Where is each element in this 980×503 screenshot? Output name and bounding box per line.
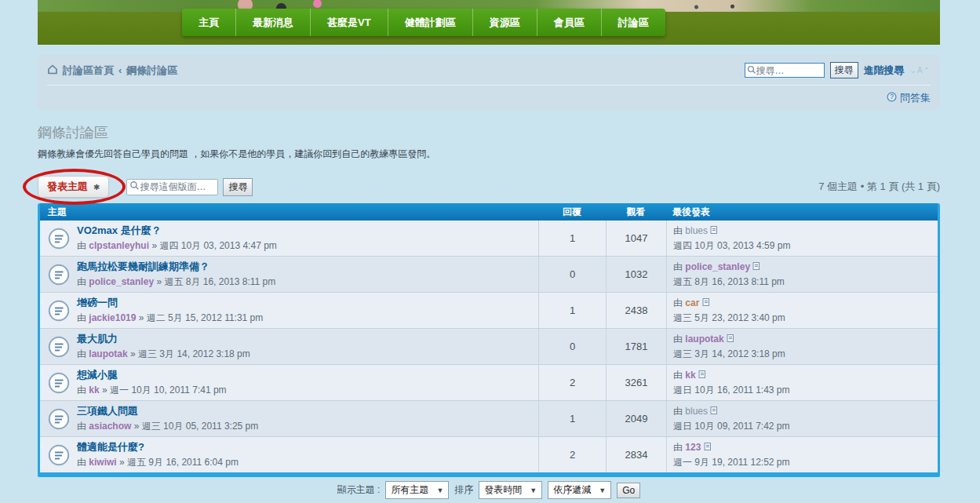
topic-title-link[interactable]: 跑馬拉松要幾耐訓練期準備？ xyxy=(77,260,275,274)
lastpost-date: 週一 9月 19, 2011 12:52 pm xyxy=(673,456,938,469)
header-search-box xyxy=(745,63,825,78)
lastpost-author-link[interactable]: laupotak xyxy=(685,334,723,344)
by-label: 由 xyxy=(77,457,86,468)
table-row: 最大肌力 由 laupotak » 週三 3月 14, 2012 3:18 pm… xyxy=(40,328,938,364)
nav-item-forum[interactable]: 討論區 xyxy=(601,9,665,36)
views-count: 1032 xyxy=(606,257,666,292)
breadcrumb: 討論區首頁 ‹ 鋼條討論區 xyxy=(47,64,177,78)
topic-title-link[interactable]: 增磅一問 xyxy=(77,296,263,310)
topic-author-link[interactable]: kiwiwi xyxy=(89,457,116,468)
lastpost-author-link[interactable]: car xyxy=(685,297,699,308)
chevron-down-icon: ▼ xyxy=(436,487,443,494)
sort-by-select[interactable]: 發表時間▼ xyxy=(479,481,542,499)
breadcrumb-separator: ‹ xyxy=(118,64,122,76)
topic-author-link[interactable]: police_stanley xyxy=(89,276,154,287)
lastpost-date: 週日 10月 16, 2011 1:43 pm xyxy=(673,384,938,397)
replies-count: 1 xyxy=(538,221,606,256)
table-row: 增磅一問 由 jackie1019 » 週二 5月 15, 2012 11:31… xyxy=(40,292,938,328)
display-topics-select[interactable]: 所有主題▼ xyxy=(385,481,449,499)
display-options: 顯示主題 : 所有主題▼ 排序 發表時間▼ 依序遞減▼ Go xyxy=(38,481,940,499)
breadcrumb-current-link[interactable]: 鋼條討論區 xyxy=(126,64,177,78)
sort-direction-select[interactable]: 依序遞減▼ xyxy=(548,481,611,499)
nav-item-news[interactable]: 最新消息 xyxy=(235,9,310,36)
lastpost-author-link[interactable]: blues xyxy=(685,406,708,417)
go-button[interactable]: Go xyxy=(617,483,640,498)
topic-author-link[interactable]: jackie1019 xyxy=(89,312,136,323)
by-label: 由 xyxy=(77,348,86,359)
faq-link[interactable]: 問答集 xyxy=(900,91,931,105)
advanced-search-link[interactable]: 進階搜尋 xyxy=(864,64,905,78)
topic-title-link[interactable]: 想減小腿 xyxy=(77,368,227,382)
topic-controls: 發表主題 ✱ 搜尋 7 個主題 • 第 1 頁 (共 1 頁) xyxy=(38,176,940,198)
topic-title-link[interactable]: 最大肌力 xyxy=(77,332,250,346)
topics-table: 主題 回覆 觀看 最後發表 VO2max 是什麼？ 由 clpstanleyhu… xyxy=(38,203,940,477)
breadcrumb-forum-index-link[interactable]: 討論區首頁 xyxy=(63,64,114,78)
views-count: 3261 xyxy=(606,365,666,400)
by-label: 由 xyxy=(77,276,86,287)
topic-author-link[interactable]: asiachow xyxy=(89,421,131,432)
breadcrumb-panel: 討論區首頁 ‹ 鋼條討論區 搜尋 進階搜尋 ⌄A⌃ ? 問答集 xyxy=(38,55,940,110)
table-row: 想減小腿 由 kk » 週一 10月 10, 2011 7:41 pm 2 32… xyxy=(40,364,938,400)
nav-item-members[interactable]: 會員區 xyxy=(537,9,601,36)
goto-lastpost-icon[interactable] xyxy=(752,261,760,271)
chevron-down-icon: ▼ xyxy=(599,487,606,494)
topic-icon xyxy=(48,444,70,466)
question-icon: ? xyxy=(887,91,897,105)
topic-author-link[interactable]: laupotak xyxy=(89,348,127,359)
lastpost-author-link[interactable]: 123 xyxy=(685,442,701,453)
topic-start-date: » 週一 10月 10, 2011 7:41 pm xyxy=(102,385,227,395)
table-row: 體適能是什麼? 由 kiwiwi » 週五 9月 16, 2011 6:04 p… xyxy=(40,436,938,472)
goto-lastpost-icon[interactable] xyxy=(727,334,734,343)
font-size-controls[interactable]: ⌄A⌃ xyxy=(910,66,931,75)
new-topic-label: 發表主題 xyxy=(47,180,88,194)
topic-count-top: 7 個主題 • 第 1 頁 (共 1 頁) xyxy=(818,180,940,194)
topic-start-date: » 週五 8月 16, 2013 8:11 pm xyxy=(156,276,275,287)
forum-title: 鋼條討論區 xyxy=(38,123,940,142)
nav-item-home[interactable]: 主頁 xyxy=(182,9,235,36)
home-icon xyxy=(47,64,58,77)
by-label: 由 xyxy=(673,334,683,344)
views-count: 1047 xyxy=(606,221,666,256)
nav-item-fitness-plan[interactable]: 健體計劃區 xyxy=(388,9,472,36)
topic-icon xyxy=(48,228,70,250)
site-banner: 主頁 最新消息 甚麼是VT 健體計劃區 資源區 會員區 討論區 xyxy=(38,0,940,45)
by-label: 由 xyxy=(77,421,86,432)
goto-lastpost-icon[interactable] xyxy=(710,406,718,415)
header-replies: 回覆 xyxy=(538,206,606,219)
nav-item-resources[interactable]: 資源區 xyxy=(472,9,537,36)
goto-lastpost-icon[interactable] xyxy=(710,225,718,235)
forum-search-box xyxy=(126,179,218,195)
display-topics-label: 顯示主題 : xyxy=(337,483,381,497)
search-icon xyxy=(129,180,140,194)
replies-count: 2 xyxy=(538,365,606,400)
by-label: 由 xyxy=(673,406,683,417)
topic-author-link[interactable]: clpstanleyhui xyxy=(89,240,149,251)
topic-start-date: » 週五 9月 16, 2011 6:04 pm xyxy=(119,457,239,468)
lastpost-author-link[interactable]: police_stanley xyxy=(685,261,750,272)
lastpost-author-link[interactable]: kk xyxy=(685,370,695,381)
topic-title-link[interactable]: VO2max 是什麼？ xyxy=(77,224,277,238)
sort-label: 排序 xyxy=(454,483,473,497)
by-label: 由 xyxy=(77,240,86,251)
header-search-input[interactable] xyxy=(756,65,822,76)
replies-count: 1 xyxy=(538,401,606,436)
header-search-button[interactable]: 搜尋 xyxy=(830,62,858,78)
topic-title-link[interactable]: 體適能是什麼? xyxy=(77,440,239,454)
lastpost-date: 週五 8月 16, 2013 8:11 pm xyxy=(673,275,938,289)
forum-search-input[interactable] xyxy=(140,181,215,192)
topic-icon xyxy=(48,300,70,322)
topic-title-link[interactable]: 三項鐵人問題 xyxy=(77,404,258,418)
replies-count: 0 xyxy=(538,329,606,364)
goto-lastpost-icon[interactable] xyxy=(698,370,706,379)
new-topic-button[interactable]: 發表主題 ✱ xyxy=(38,176,109,198)
lastpost-author-link[interactable]: blues xyxy=(685,225,708,236)
views-count: 1781 xyxy=(606,329,666,364)
forum-description: 鋼條教練會優先回答自己學員的問題 ，如果你不是他的學員，建議你回到自己的教練專區… xyxy=(38,148,940,161)
topic-author-link[interactable]: kk xyxy=(89,385,99,395)
nav-item-what-is-vt[interactable]: 甚麼是VT xyxy=(310,9,388,36)
forum-search-button[interactable]: 搜尋 xyxy=(223,178,253,196)
views-count: 2438 xyxy=(606,293,666,328)
goto-lastpost-icon[interactable] xyxy=(702,297,710,307)
goto-lastpost-icon[interactable] xyxy=(704,442,712,451)
table-row: 三項鐵人問題 由 asiachow » 週三 10月 05, 2011 3:25… xyxy=(40,400,938,436)
